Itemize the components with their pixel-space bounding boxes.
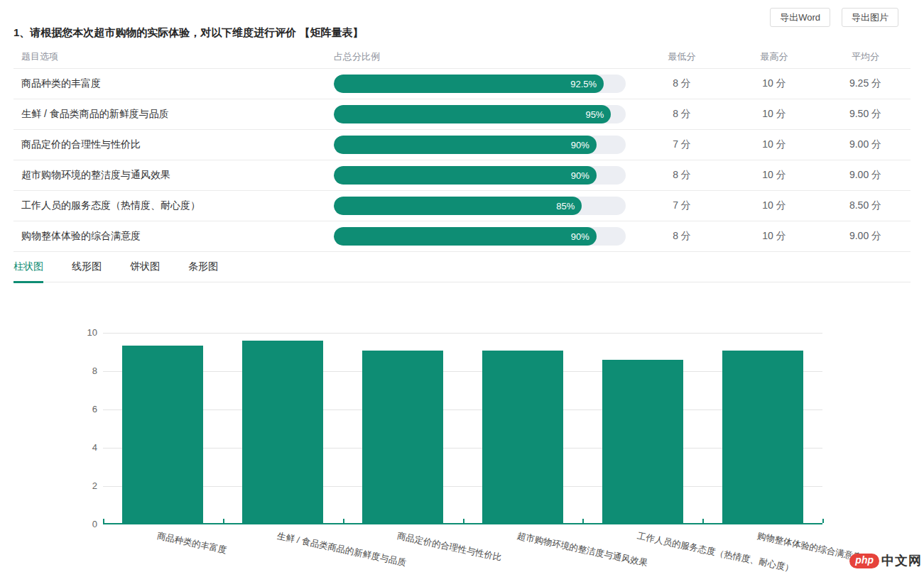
x-axis-tick bbox=[103, 519, 104, 523]
gridline bbox=[103, 409, 822, 410]
chart-bar bbox=[242, 341, 323, 523]
table-row: 超市购物环境的整洁度与通风效果90%8 分10 分9.00 分 bbox=[13, 160, 911, 191]
min-score-cell: 7 分 bbox=[636, 199, 728, 212]
gridline bbox=[103, 371, 822, 372]
watermark-site-name: 中文网 bbox=[881, 552, 922, 569]
y-axis-tick-label: 4 bbox=[69, 442, 97, 453]
min-score-cell: 8 分 bbox=[636, 230, 728, 243]
y-axis-tick-label: 10 bbox=[69, 327, 97, 339]
x-axis-category-label: 超市购物环境的整洁度与通风效果 bbox=[516, 530, 648, 570]
min-score-cell: 8 分 bbox=[636, 169, 728, 182]
avg-score-cell: 9.00 分 bbox=[820, 138, 911, 151]
tab-柱状图[interactable]: 柱状图 bbox=[13, 258, 43, 282]
y-axis-tick-label: 0 bbox=[69, 519, 97, 530]
tab-饼状图[interactable]: 饼状图 bbox=[130, 258, 160, 282]
chart-bar bbox=[722, 351, 803, 523]
row-label: 生鲜 / 食品类商品的新鲜度与品质 bbox=[13, 108, 334, 121]
avg-score-cell: 9.00 分 bbox=[820, 230, 911, 243]
progress-track: 95% bbox=[334, 105, 626, 123]
max-score-cell: 10 分 bbox=[728, 230, 820, 243]
ratio-cell: 85% bbox=[334, 197, 636, 215]
progress-percent-label: 95% bbox=[585, 109, 604, 120]
export-word-button[interactable]: 导出Word bbox=[770, 8, 830, 27]
table-row: 商品种类的丰富度92.5%8 分10 分9.25 分 bbox=[13, 69, 911, 99]
max-score-cell: 10 分 bbox=[728, 138, 820, 151]
progress-fill: 90% bbox=[334, 136, 597, 154]
export-image-button[interactable]: 导出图片 bbox=[842, 8, 898, 27]
y-axis-tick-label: 8 bbox=[69, 365, 97, 377]
x-axis-tick bbox=[463, 519, 464, 523]
row-label: 购物整体体验的综合满意度 bbox=[13, 230, 334, 243]
row-label: 商品种类的丰富度 bbox=[13, 77, 334, 90]
header-option: 题目选项 bbox=[13, 50, 334, 63]
chart-bar bbox=[122, 346, 203, 523]
x-axis-tick bbox=[822, 519, 824, 523]
progress-percent-label: 90% bbox=[571, 140, 589, 150]
x-axis-tick bbox=[223, 519, 224, 523]
tab-条形图[interactable]: 条形图 bbox=[188, 258, 218, 282]
y-axis-tick-label: 6 bbox=[69, 404, 97, 415]
table-row: 工作人员的服务态度（热情度、耐心度）85%7 分10 分8.50 分 bbox=[13, 191, 911, 221]
ratio-cell: 90% bbox=[334, 227, 636, 246]
x-axis-category-label: 商品种类的丰富度 bbox=[156, 530, 227, 556]
row-label: 商品定价的合理性与性价比 bbox=[13, 138, 334, 151]
progress-fill: 85% bbox=[334, 197, 582, 215]
progress-track: 90% bbox=[334, 166, 626, 185]
max-score-cell: 10 分 bbox=[728, 77, 820, 90]
survey-stats-page: 导出Word 导出图片 1、请根据您本次超市购物的实际体验，对以下维度进行评价 … bbox=[0, 0, 924, 572]
progress-track: 90% bbox=[334, 227, 626, 246]
progress-percent-label: 92.5% bbox=[570, 79, 597, 89]
progress-percent-label: 90% bbox=[571, 231, 589, 242]
question-title: 1、请根据您本次超市购物的实际体验，对以下维度进行评价 【矩阵量表】 bbox=[13, 26, 364, 40]
header-max: 最高分 bbox=[728, 50, 820, 63]
results-table: 题目选项 占总分比例 最低分 最高分 平均分 商品种类的丰富度92.5%8 分1… bbox=[13, 45, 911, 252]
header-ratio: 占总分比例 bbox=[334, 50, 636, 63]
table-row: 生鲜 / 食品类商品的新鲜度与品质95%8 分10 分9.50 分 bbox=[13, 99, 911, 130]
ratio-cell: 90% bbox=[334, 136, 636, 154]
min-score-cell: 7 分 bbox=[636, 138, 728, 151]
table-row: 商品定价的合理性与性价比90%7 分10 分9.00 分 bbox=[13, 130, 911, 160]
ratio-cell: 92.5% bbox=[334, 75, 636, 93]
avg-score-cell: 9.00 分 bbox=[820, 169, 911, 182]
progress-fill: 90% bbox=[334, 166, 597, 185]
progress-track: 92.5% bbox=[334, 75, 626, 93]
row-label: 工作人员的服务态度（热情度、耐心度） bbox=[13, 199, 334, 212]
watermark: php 中文网 bbox=[849, 552, 922, 569]
chart-type-tabs: 柱状图线形图饼状图条形图 bbox=[13, 258, 911, 282]
max-score-cell: 10 分 bbox=[728, 199, 820, 212]
progress-percent-label: 90% bbox=[571, 170, 589, 181]
gridline bbox=[103, 333, 822, 334]
progress-percent-label: 85% bbox=[556, 201, 575, 211]
progress-track: 90% bbox=[334, 136, 626, 154]
table-row: 购物整体体验的综合满意度90%8 分10 分9.00 分 bbox=[13, 221, 911, 252]
x-axis-line bbox=[103, 523, 822, 524]
avg-score-cell: 9.50 分 bbox=[820, 108, 911, 121]
bar-chart: 0246810商品种类的丰富度生鲜 / 食品类商品的新鲜度与品质商品定价的合理性… bbox=[103, 333, 822, 524]
header-min: 最低分 bbox=[636, 50, 728, 63]
min-score-cell: 8 分 bbox=[636, 77, 728, 90]
php-logo-icon: php bbox=[849, 554, 879, 568]
chart-bar bbox=[602, 360, 683, 523]
ratio-cell: 90% bbox=[334, 166, 636, 185]
x-axis-tick bbox=[343, 519, 344, 523]
progress-fill: 95% bbox=[334, 105, 611, 123]
x-axis-tick bbox=[582, 519, 584, 523]
chart-bar bbox=[482, 351, 563, 523]
max-score-cell: 10 分 bbox=[728, 108, 820, 121]
x-axis-tick bbox=[702, 519, 704, 523]
avg-score-cell: 9.25 分 bbox=[820, 77, 911, 90]
table-header-row: 题目选项 占总分比例 最低分 最高分 平均分 bbox=[13, 45, 911, 69]
chart-bar bbox=[362, 351, 443, 523]
header-avg: 平均分 bbox=[820, 50, 911, 63]
table-body: 商品种类的丰富度92.5%8 分10 分9.25 分生鲜 / 食品类商品的新鲜度… bbox=[13, 69, 911, 252]
y-axis-tick-label: 2 bbox=[69, 480, 97, 492]
min-score-cell: 8 分 bbox=[636, 108, 728, 121]
gridline bbox=[103, 486, 822, 487]
max-score-cell: 10 分 bbox=[728, 169, 820, 182]
ratio-cell: 95% bbox=[334, 105, 636, 123]
gridline bbox=[103, 448, 822, 449]
export-toolbar: 导出Word 导出图片 bbox=[770, 8, 898, 27]
progress-fill: 92.5% bbox=[334, 75, 604, 93]
progress-track: 85% bbox=[334, 197, 626, 215]
tab-线形图[interactable]: 线形图 bbox=[72, 258, 102, 282]
